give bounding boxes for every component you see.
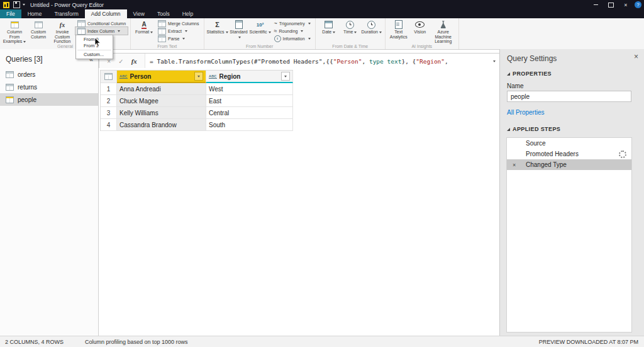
row-number[interactable]: 1 [101, 83, 117, 95]
duration-button[interactable]: Duration [361, 20, 382, 35]
step-source[interactable]: Source [507, 138, 631, 149]
row-number[interactable]: 3 [101, 107, 117, 119]
chevron-down-icon [23, 41, 26, 43]
filter-chevron-icon [284, 76, 287, 77]
all-properties-link[interactable]: All Properties [507, 109, 544, 116]
delete-step-icon[interactable]: × [513, 162, 516, 168]
region-filter-button[interactable] [281, 72, 290, 81]
rounding-icon: ≈ [274, 28, 277, 34]
date-button[interactable]: Date [318, 20, 340, 35]
azure-machine-learning-button[interactable]: Azure Machine Learning [431, 20, 456, 44]
conditional-column-button[interactable]: Conditional Column [75, 20, 128, 27]
query-item-returns[interactable]: returns [0, 81, 98, 93]
tab-home[interactable]: Home [21, 9, 48, 18]
select-all-cell[interactable] [101, 71, 117, 83]
query-item-people[interactable]: people [0, 93, 98, 106]
extract-icon [158, 28, 166, 35]
cell-person-3[interactable]: Kelly Williams [117, 107, 206, 119]
invoke-custom-function-button[interactable]: fx Invoke Custom Function [50, 20, 74, 44]
minimize-button[interactable] [588, 0, 603, 9]
row-number[interactable]: 2 [101, 95, 117, 107]
column-from-examples-button[interactable]: Column From Examples [3, 20, 26, 44]
close-panel-button[interactable]: × [634, 52, 638, 61]
maximize-button[interactable] [603, 0, 618, 9]
properties-section-header[interactable]: PROPERTIES [507, 71, 552, 77]
group-label-from-datetime: From Date & Time [316, 44, 385, 48]
scientific-button[interactable]: 10² Scientific [250, 20, 271, 35]
chevron-down-icon [269, 31, 271, 33]
index-column-button[interactable]: Index Column [75, 27, 128, 35]
vision-button[interactable]: Vision [409, 20, 431, 35]
minimize-icon [594, 4, 598, 5]
duration-icon [367, 21, 375, 29]
chevron-down-icon [150, 31, 153, 33]
text-type-icon: ABC [209, 74, 217, 79]
column-header-region[interactable]: ABC Region [206, 71, 293, 83]
help-button[interactable]: ? [635, 1, 641, 8]
statistics-button[interactable]: Σ Statistics [207, 20, 228, 35]
text-analytics-icon [395, 20, 402, 29]
applied-steps-section-header[interactable]: APPLIED STEPS [507, 126, 560, 132]
power-bi-app-icon [3, 2, 9, 8]
text-type-icon: ABC [119, 74, 128, 79]
ribbon-group-from-datetime: Date Time Duration From Date & Time [316, 18, 386, 49]
cell-region-3[interactable]: Central [206, 107, 293, 119]
step-changed-type[interactable]: × Changed Type [507, 159, 631, 170]
table-icon [6, 96, 14, 103]
save-icon[interactable] [13, 1, 20, 8]
quick-access-caret-icon[interactable] [23, 4, 25, 6]
format-button[interactable]: A Format [133, 20, 155, 35]
tab-help[interactable]: Help [176, 9, 199, 18]
parse-button[interactable]: Parse [156, 35, 201, 42]
cell-person-2[interactable]: Chuck Magee [117, 95, 206, 107]
extract-button[interactable]: Extract [156, 27, 201, 35]
merge-columns-icon [158, 20, 166, 27]
text-analytics-button[interactable]: Text Analytics [388, 20, 409, 39]
gear-icon[interactable] [619, 151, 626, 158]
tab-file[interactable]: File [0, 9, 21, 18]
cell-person-1[interactable]: Anna Andreadi [117, 83, 206, 95]
custom-column-button[interactable]: Custom Column [26, 20, 50, 39]
filter-chevron-icon [197, 76, 200, 77]
close-button[interactable]: × [618, 0, 633, 9]
formula-input[interactable]: = Table.TransformColumnTypes(#"Promoted … [145, 54, 487, 69]
trigonometry-button[interactable]: ~ Trigonometry [272, 20, 313, 27]
data-preview-table: ABC Person ABC Region 1 Anna Andreadi We… [100, 70, 293, 131]
cell-region-4[interactable]: South [206, 119, 293, 131]
tab-add-column[interactable]: Add Column [85, 9, 127, 18]
query-item-orders[interactable]: orders [0, 68, 98, 81]
tab-view[interactable]: View [127, 9, 151, 18]
table-row: 4 Cassandra Brandow South [101, 119, 293, 131]
tab-tools[interactable]: Tools [151, 9, 176, 18]
query-settings-title: Query Settings [507, 54, 557, 63]
column-header-person[interactable]: ABC Person [117, 71, 206, 83]
information-button[interactable]: i Information [272, 35, 313, 42]
expand-formula-bar-button[interactable] [487, 54, 500, 69]
commit-formula-button[interactable]: ✓ [118, 58, 123, 65]
standard-icon [235, 20, 243, 29]
time-button[interactable]: Time [340, 20, 361, 35]
custom-column-icon [35, 21, 43, 28]
cell-person-4[interactable]: Cassandra Brandow [117, 119, 206, 131]
group-label-ai-insights: AI Insights [386, 44, 458, 48]
tab-transform[interactable]: Transform [48, 9, 84, 18]
profiling-status[interactable]: Column profiling based on top 1000 rows [85, 339, 188, 345]
person-filter-button[interactable] [194, 72, 203, 81]
query-name-input[interactable] [507, 91, 631, 102]
rounding-button[interactable]: ≈ Rounding [272, 27, 313, 35]
statistics-icon: Σ [215, 21, 219, 28]
cell-region-1[interactable]: West [206, 83, 293, 95]
row-number[interactable]: 4 [101, 119, 117, 131]
conditional-column-icon [77, 20, 86, 27]
chevron-down-icon [185, 30, 187, 32]
chevron-down-icon [333, 31, 335, 33]
fx-icon: fx [131, 57, 137, 65]
standard-button[interactable]: Standard [228, 20, 250, 39]
menu-item-custom[interactable]: Custom... [76, 51, 113, 58]
column-row-count: 2 COLUMNS, 4 ROWS [5, 339, 64, 345]
step-promoted-headers[interactable]: Promoted Headers [507, 149, 631, 159]
cell-region-2[interactable]: East [206, 95, 293, 107]
group-label-from-text: From Text [131, 44, 203, 48]
merge-columns-button[interactable]: Merge Columns [156, 20, 201, 27]
window-controls: × ? [588, 0, 644, 9]
